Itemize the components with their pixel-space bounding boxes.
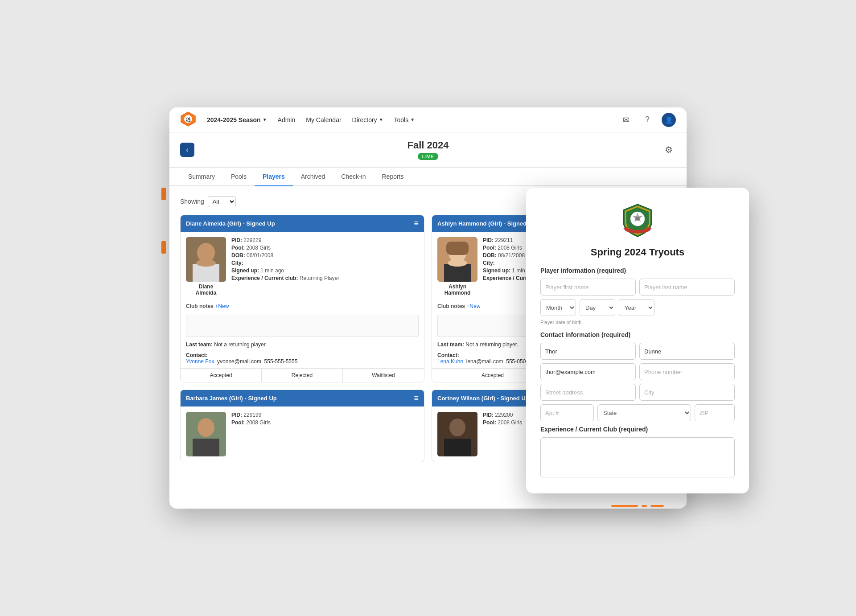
player-info-section-title: Player information (required) xyxy=(540,267,735,274)
back-button[interactable]: ‹ xyxy=(180,143,194,157)
experience-section-title: Experience / Current Club (required) xyxy=(540,426,735,433)
directory-chevron: ▼ xyxy=(379,117,383,122)
contact-lastname-input[interactable] xyxy=(639,343,735,360)
svg-rect-14 xyxy=(193,439,219,456)
city-row-diane: City: xyxy=(231,260,419,266)
svg-rect-17 xyxy=(444,439,471,456)
season-selector[interactable]: 2024-2025 Season ▼ xyxy=(207,116,267,123)
pool-row-barbara: Pool: 2008 Girls xyxy=(231,419,419,426)
svg-point-13 xyxy=(198,418,214,437)
svg-point-20 xyxy=(635,217,640,221)
left-tick-2 xyxy=(161,241,166,254)
player-name-diane: DianeAlmeida xyxy=(186,283,226,296)
apt-input[interactable] xyxy=(540,404,594,421)
year-select[interactable]: Year 201020092008 20072006 xyxy=(619,299,654,316)
player-name-ashlyn: AshlynHammond xyxy=(437,283,477,296)
player-card-barbara: Barbara James (Girl) - Signed Up ≡ xyxy=(180,390,424,462)
contact-info-section-title: Contact information (required) xyxy=(540,331,735,338)
card-body-diane: DianeAlmeida PID: 229229 Pool: 2008 Girl… xyxy=(181,232,424,301)
user-avatar[interactable]: 👤 xyxy=(662,113,676,127)
card-menu-icon-barbara[interactable]: ≡ xyxy=(414,394,419,403)
notes-box-diane xyxy=(186,315,419,337)
svg-text:⚽: ⚽ xyxy=(185,116,192,122)
nav-icons: ✉ ? 👤 xyxy=(619,113,676,127)
waitlisted-btn-diane[interactable]: Waitlisted xyxy=(343,369,424,382)
page-title: Fall 2024 xyxy=(194,140,662,151)
pool-row-diane: Pool: 2008 Girls xyxy=(231,245,419,251)
pid-row-diane: PID: 229229 xyxy=(231,237,419,243)
player-photo-cortney xyxy=(437,412,477,456)
accepted-btn-diane[interactable]: Accepted xyxy=(181,369,262,382)
nav-tools[interactable]: Tools ▼ xyxy=(394,116,415,123)
signup-modal: Spring 2024 Tryouts Player information (… xyxy=(526,188,749,493)
club-notes-diane: Club notes +New xyxy=(181,301,424,313)
day-select[interactable]: Day xyxy=(580,299,615,316)
contact-diane: Contact: Yvonne Fox yvonne@mail.com 555-… xyxy=(181,350,424,368)
contact-name-diane[interactable]: Yvonne Fox xyxy=(186,358,214,365)
settings-gear-icon[interactable]: ⚙ xyxy=(662,143,676,157)
tools-chevron: ▼ xyxy=(410,117,415,122)
contact-phone-input[interactable] xyxy=(639,363,735,380)
player-lastname-input[interactable] xyxy=(639,279,735,296)
player-firstname-input[interactable] xyxy=(540,279,636,296)
card-menu-icon-diane[interactable]: ≡ xyxy=(414,219,419,228)
pid-row-barbara: PID: 229199 xyxy=(231,412,419,418)
contact-email-row xyxy=(540,363,735,380)
add-note-diane[interactable]: +New xyxy=(215,303,229,309)
player-photo-diane xyxy=(186,237,226,282)
exp-row-diane: Experience / Current club: Returning Pla… xyxy=(231,275,419,281)
contact-email-input[interactable] xyxy=(540,363,636,380)
page-header: ‹ Fall 2024 LIVE ⚙ xyxy=(169,132,687,168)
live-badge: LIVE xyxy=(418,153,438,160)
tab-checkin[interactable]: Check-in xyxy=(333,168,374,186)
nav-admin[interactable]: Admin xyxy=(278,116,296,123)
nav-my-calendar[interactable]: My Calendar xyxy=(306,116,341,123)
modal-logo xyxy=(540,202,735,239)
modal-title: Spring 2024 Tryouts xyxy=(540,246,735,258)
month-select[interactable]: Month JanFebMar AprMayJun JulAugSep OctN… xyxy=(540,299,576,316)
card-header-barbara: Barbara James (Girl) - Signed Up ≡ xyxy=(181,390,424,407)
contact-name-row xyxy=(540,343,735,360)
svg-rect-9 xyxy=(446,242,469,255)
address-row xyxy=(540,384,735,401)
player-photo-ashlyn xyxy=(437,237,477,282)
name-row xyxy=(540,279,735,296)
dob-row-diane: DOB: 06/01/2008 xyxy=(231,252,419,259)
top-nav: ⚽ 2024-2025 Season ▼ Admin My Calendar D… xyxy=(169,107,687,132)
last-team-diane: Last team: Not a returning player. xyxy=(181,339,424,350)
season-chevron: ▼ xyxy=(263,117,267,122)
tab-pools[interactable]: Pools xyxy=(223,168,255,186)
experience-textarea[interactable] xyxy=(540,437,735,477)
city-input[interactable] xyxy=(639,384,735,401)
player-card-diane: Diane Almeida (Girl) - Signed Up ≡ xyxy=(180,215,424,382)
card-actions-diane: Accepted Rejected Waitlisted xyxy=(181,368,424,382)
help-icon[interactable]: ? xyxy=(640,113,654,127)
street-address-input[interactable] xyxy=(540,384,636,401)
tab-summary[interactable]: Summary xyxy=(180,168,223,186)
dob-row: Month JanFebMar AprMayJun JulAugSep OctN… xyxy=(540,299,735,316)
signedup-row-diane: Signed up: 1 min ago xyxy=(231,267,419,274)
tab-reports[interactable]: Reports xyxy=(374,168,412,186)
tab-players[interactable]: Players xyxy=(255,168,293,186)
nav-directory[interactable]: Directory ▼ xyxy=(352,116,383,123)
logo[interactable]: ⚽ xyxy=(180,111,196,129)
tab-archived[interactable]: Archived xyxy=(293,168,333,186)
svg-point-11 xyxy=(448,259,467,267)
mail-icon[interactable]: ✉ xyxy=(619,113,633,127)
contact-name-ashlyn[interactable]: Lena Kuhn xyxy=(437,358,463,365)
showing-filter-select[interactable]: All xyxy=(208,196,236,207)
contact-firstname-input[interactable] xyxy=(540,343,636,360)
state-select[interactable]: State ALAKAZCA COFLGANY TX xyxy=(597,404,691,421)
svg-point-6 xyxy=(196,259,216,267)
left-tick-1 xyxy=(161,188,166,200)
apt-state-zip-row: State ALAKAZCA COFLGANY TX xyxy=(540,404,735,421)
dob-hint: Player date of birth xyxy=(540,320,735,325)
card-body-barbara: PID: 229199 Pool: 2008 Girls xyxy=(181,407,424,462)
add-note-ashlyn[interactable]: +New xyxy=(466,303,480,309)
modal-dashes xyxy=(611,505,664,507)
zip-input[interactable] xyxy=(695,404,735,421)
rejected-btn-diane[interactable]: Rejected xyxy=(262,369,343,382)
svg-point-16 xyxy=(449,419,465,436)
page-title-area: Fall 2024 LIVE xyxy=(194,140,662,160)
player-info-diane: PID: 229229 Pool: 2008 Girls DOB: 06/01/… xyxy=(231,237,419,296)
